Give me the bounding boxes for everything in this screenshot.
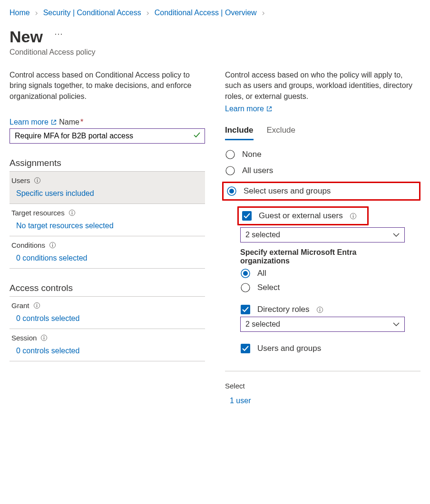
chevron-down-icon — [393, 233, 400, 237]
svg-point-24 — [243, 271, 248, 276]
breadcrumb-overview[interactable]: Conditional Access | Overview — [155, 9, 257, 17]
learn-more-label: Learn more — [10, 118, 49, 126]
svg-point-28 — [319, 308, 320, 309]
assign-users-value[interactable]: Specific users included — [16, 189, 94, 198]
svg-point-18 — [229, 189, 234, 194]
select-heading: Select — [225, 382, 420, 390]
assign-conditions-label: Conditions — [11, 241, 45, 249]
more-menu-button[interactable]: ⋯ — [54, 29, 63, 40]
learn-more-label: Learn more — [225, 105, 264, 113]
svg-point-1 — [37, 179, 38, 180]
control-session[interactable]: Session 0 controls selected — [10, 329, 205, 361]
assign-conditions[interactable]: Conditions 0 conditions selected — [10, 236, 205, 269]
svg-point-10 — [36, 304, 37, 305]
svg-point-7 — [52, 243, 53, 244]
required-star: * — [80, 118, 83, 126]
checkbox-checked-icon — [240, 343, 251, 354]
section-assignments: Assignments — [10, 158, 205, 168]
svg-rect-19 — [242, 211, 252, 221]
assign-users[interactable]: Users Specific users included — [10, 172, 205, 204]
svg-rect-29 — [319, 309, 320, 311]
left-intro: Control access based on Conditional Acce… — [10, 70, 205, 102]
checkbox-checked-icon — [240, 304, 251, 315]
svg-rect-14 — [44, 338, 44, 340]
radio-orgs-all[interactable]: All — [240, 268, 420, 279]
chevron-right-icon — [35, 9, 39, 17]
chevron-right-icon — [262, 9, 265, 17]
svg-point-16 — [226, 166, 235, 175]
radio-select-users-groups[interactable]: Select users and groups — [226, 186, 331, 196]
external-link-icon — [266, 106, 273, 112]
learn-more-left[interactable]: Learn more — [10, 118, 57, 126]
directory-roles-dropdown[interactable]: 2 selected — [240, 317, 405, 332]
page-title: New — [10, 28, 43, 46]
breadcrumb-security[interactable]: Security | Conditional Access — [43, 9, 141, 17]
radio-unchecked-icon — [225, 165, 235, 176]
svg-rect-8 — [52, 245, 53, 247]
tab-exclude[interactable]: Exclude — [267, 126, 295, 140]
radio-checked-icon — [226, 186, 237, 196]
assign-users-label: Users — [11, 176, 30, 184]
svg-point-25 — [241, 283, 250, 292]
svg-rect-5 — [72, 213, 72, 215]
control-grant[interactable]: Grant 0 controls selected — [10, 297, 205, 329]
svg-point-15 — [226, 150, 235, 159]
chevron-right-icon — [146, 9, 150, 17]
svg-rect-2 — [37, 180, 38, 183]
info-icon[interactable] — [316, 306, 323, 313]
control-grant-value[interactable]: 0 controls selected — [16, 314, 79, 323]
control-session-label: Session — [11, 334, 37, 342]
select-users-link[interactable]: 1 user — [230, 397, 251, 405]
section-access-controls: Access controls — [10, 283, 205, 293]
svg-point-4 — [71, 211, 72, 212]
assign-target-value[interactable]: No target resources selected — [16, 222, 114, 230]
checkbox-checked-icon — [242, 211, 252, 221]
svg-point-21 — [352, 214, 353, 215]
tab-include[interactable]: Include — [225, 126, 254, 140]
radio-all-users[interactable]: All users — [225, 165, 420, 176]
check-guest-external[interactable]: Guest or external users — [242, 211, 357, 221]
breadcrumb-home[interactable]: Home — [10, 9, 30, 17]
info-icon[interactable] — [34, 177, 41, 184]
learn-more-right[interactable]: Learn more — [225, 105, 273, 113]
include-exclude-tabs: Include Exclude — [225, 126, 420, 141]
radio-orgs-select[interactable]: Select — [240, 282, 420, 293]
check-directory-roles[interactable]: Directory roles — [240, 304, 420, 315]
specify-orgs-header: Specify external Microsoft Entra organiz… — [240, 248, 397, 265]
radio-unchecked-icon — [240, 282, 251, 293]
info-icon[interactable] — [33, 302, 40, 309]
chevron-down-icon — [393, 322, 400, 327]
external-link-icon — [50, 119, 57, 126]
svg-rect-30 — [241, 344, 250, 353]
right-intro: Control access based on who the policy w… — [225, 70, 420, 102]
info-icon[interactable] — [40, 334, 48, 341]
svg-point-13 — [44, 336, 45, 337]
info-icon[interactable] — [350, 213, 357, 220]
assign-target-label: Target resources — [11, 209, 65, 217]
assign-conditions-value[interactable]: 0 conditions selected — [16, 254, 87, 262]
guest-types-dropdown[interactable]: 2 selected — [240, 227, 405, 242]
info-icon[interactable] — [49, 242, 56, 249]
svg-rect-11 — [36, 305, 37, 308]
radio-checked-icon — [240, 268, 251, 279]
breadcrumb: Home Security | Conditional Access Condi… — [10, 9, 420, 17]
control-session-value[interactable]: 0 controls selected — [16, 347, 79, 355]
control-grant-label: Grant — [11, 301, 29, 310]
name-label: Name* — [59, 118, 83, 126]
radio-unchecked-icon — [225, 149, 235, 160]
page-subtitle: Conditional Access policy — [10, 48, 420, 57]
assign-target[interactable]: Target resources No target resources sel… — [10, 204, 205, 236]
svg-rect-26 — [241, 305, 250, 314]
name-input[interactable] — [10, 128, 205, 144]
check-users-and-groups[interactable]: Users and groups — [240, 343, 420, 354]
check-icon — [193, 131, 201, 141]
radio-none[interactable]: None — [225, 149, 420, 160]
svg-rect-22 — [353, 215, 353, 218]
info-icon[interactable] — [68, 209, 76, 216]
